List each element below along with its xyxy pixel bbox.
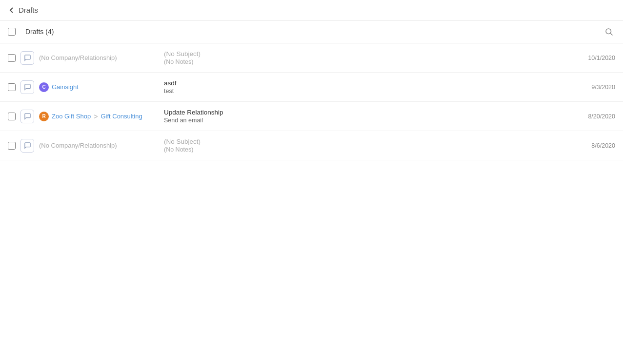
search-icon: [604, 27, 613, 36]
search-button[interactable]: [603, 25, 615, 38]
chat-icon: [24, 54, 31, 61]
table-row[interactable]: (No Company/Relationship) (No Subject) (…: [0, 131, 623, 160]
row-checkbox[interactable]: [8, 113, 16, 120]
subject: (No Subject): [164, 50, 573, 57]
message-icon: [20, 139, 34, 153]
row-content: (No Subject) (No Notes): [156, 138, 581, 153]
notes: (No Notes): [164, 146, 573, 153]
date: 8/20/2020: [581, 113, 615, 120]
company-info: (No Company/Relationship): [39, 142, 156, 149]
table-row[interactable]: C Gainsight asdf test 9/3/2020: [0, 73, 623, 102]
row-checkbox[interactable]: [8, 142, 16, 150]
chat-icon: [24, 142, 31, 149]
toolbar-left: Drafts (4): [8, 28, 54, 36]
date: 8/6/2020: [581, 142, 615, 149]
company-name[interactable]: Zoo Gift Shop: [52, 113, 91, 120]
row-checkbox[interactable]: [8, 83, 16, 91]
subject: (No Subject): [164, 138, 573, 145]
select-all-checkbox[interactable]: [8, 28, 16, 36]
toolbar-right: [603, 25, 615, 38]
row-content: (No Subject) (No Notes): [156, 50, 581, 65]
message-icon: [20, 110, 34, 123]
subject: Update Relationship: [164, 109, 573, 116]
arrow-left-icon: [8, 6, 16, 14]
back-button[interactable]: Drafts: [8, 6, 38, 14]
notes: (No Notes): [164, 58, 573, 65]
chat-icon: [24, 83, 31, 91]
row-checkbox[interactable]: [8, 54, 16, 62]
company-name: (No Company/Relationship): [39, 54, 117, 61]
notes: Send an email: [164, 117, 573, 124]
company-badge: R: [39, 112, 49, 121]
draft-list: (No Company/Relationship) (No Subject) (…: [0, 43, 623, 160]
header-title: Drafts: [19, 6, 38, 14]
page-header: Drafts: [0, 0, 623, 20]
row-content: Update Relationship Send an email: [156, 109, 581, 124]
company-info: C Gainsight: [39, 82, 156, 92]
relationship-name[interactable]: Gift Consulting: [100, 113, 142, 120]
company-info: R Zoo Gift Shop > Gift Consulting: [39, 112, 156, 121]
message-icon: [20, 51, 34, 65]
separator: >: [94, 113, 98, 120]
toolbar-title: Drafts (4): [25, 28, 54, 36]
row-content: asdf test: [156, 79, 581, 95]
subject: asdf: [164, 79, 573, 87]
message-icon: [20, 80, 34, 94]
date: 10/1/2020: [581, 55, 615, 61]
svg-point-0: [606, 29, 611, 34]
chat-icon: [24, 113, 31, 120]
company-info: (No Company/Relationship): [39, 54, 156, 61]
table-row[interactable]: (No Company/Relationship) (No Subject) (…: [0, 43, 623, 73]
table-row[interactable]: R Zoo Gift Shop > Gift Consulting Update…: [0, 102, 623, 131]
notes: test: [164, 88, 573, 95]
svg-line-1: [610, 33, 612, 35]
company-name: (No Company/Relationship): [39, 142, 117, 149]
company-badge: C: [39, 82, 49, 92]
date: 9/3/2020: [581, 84, 615, 91]
company-name[interactable]: Gainsight: [52, 83, 79, 91]
toolbar: Drafts (4): [0, 20, 623, 43]
